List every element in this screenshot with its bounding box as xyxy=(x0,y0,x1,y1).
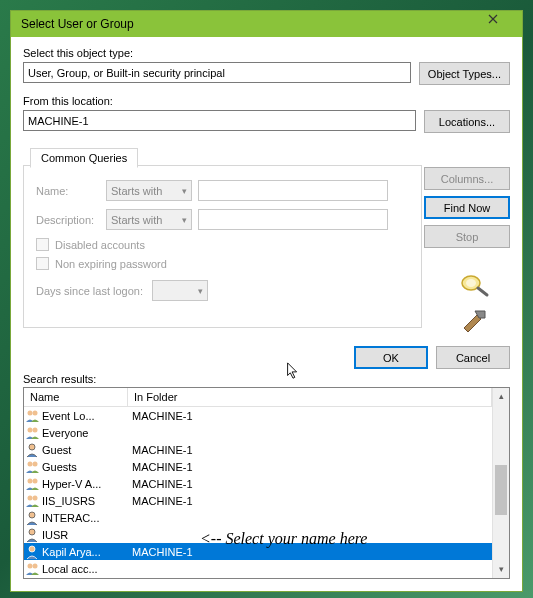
desc-match-combo[interactable]: Starts with ▾ xyxy=(106,209,192,230)
chevron-down-icon: ▾ xyxy=(198,286,203,296)
window-title: Select User or Group xyxy=(21,17,134,31)
name-match-combo[interactable]: Starts with ▾ xyxy=(106,180,192,201)
svg-point-13 xyxy=(29,512,35,518)
svg-point-2 xyxy=(28,410,33,415)
row-folder: MACHINE-1 xyxy=(128,478,193,490)
object-type-field[interactable] xyxy=(23,62,411,83)
svg-point-15 xyxy=(29,546,35,552)
tab-common-queries[interactable]: Common Queries xyxy=(30,148,138,168)
group-icon xyxy=(24,493,42,509)
row-folder: MACHINE-1 xyxy=(128,495,193,507)
result-row[interactable]: INTERAC... xyxy=(24,509,492,526)
result-row[interactable]: Hyper-V A...MACHINE-1 xyxy=(24,475,492,492)
scroll-thumb[interactable] xyxy=(495,465,507,515)
svg-point-4 xyxy=(28,427,33,432)
dialog-body: Select this object type: Object Types...… xyxy=(11,37,522,591)
action-buttons: OK Cancel xyxy=(23,346,510,369)
result-row[interactable]: IIS_IUSRSMACHINE-1 xyxy=(24,492,492,509)
chevron-down-icon: ▾ xyxy=(182,186,187,196)
result-row[interactable]: Local acc... xyxy=(24,560,492,577)
results-scrollbar[interactable]: ▴ ▾ xyxy=(492,388,509,578)
days-since-label: Days since last logon: xyxy=(36,285,146,297)
scroll-track[interactable] xyxy=(493,405,509,561)
svg-point-1 xyxy=(466,279,476,287)
hammer-icon xyxy=(459,308,489,336)
location-field[interactable] xyxy=(23,110,416,131)
row-name: Hyper-V A... xyxy=(42,478,128,490)
titlebar: Select User or Group xyxy=(11,11,522,37)
row-name: Guests xyxy=(42,461,128,473)
result-row[interactable]: GuestMACHINE-1 xyxy=(24,441,492,458)
annotation-text: <-- Select your name here xyxy=(200,530,367,548)
svg-point-9 xyxy=(28,478,33,483)
result-row[interactable]: Everyone xyxy=(24,424,492,441)
row-name: Guest xyxy=(42,444,128,456)
search-results-label: Search results: xyxy=(23,373,510,385)
days-since-combo[interactable]: ▾ xyxy=(152,280,208,301)
search-icon xyxy=(457,272,491,298)
close-icon xyxy=(488,14,498,24)
user-icon xyxy=(24,510,42,526)
disabled-accounts-checkbox[interactable] xyxy=(36,238,49,251)
user-icon xyxy=(24,442,42,458)
ok-button[interactable]: OK xyxy=(354,346,428,369)
svg-point-17 xyxy=(33,563,38,568)
row-name: IIS_IUSRS xyxy=(42,495,128,507)
results-header: Name In Folder xyxy=(24,388,492,407)
result-row[interactable]: GuestsMACHINE-1 xyxy=(24,458,492,475)
header-name[interactable]: Name xyxy=(24,388,128,406)
row-name: Kapil Arya... xyxy=(42,546,128,558)
location-label: From this location: xyxy=(23,95,510,107)
svg-point-6 xyxy=(29,444,35,450)
row-name: Event Lo... xyxy=(42,410,128,422)
desc-filter-label: Description: xyxy=(36,214,100,226)
results-rows: Event Lo...MACHINE-1EveryoneGuestMACHINE… xyxy=(24,407,492,577)
chevron-down-icon: ▾ xyxy=(182,215,187,225)
group-icon xyxy=(24,561,42,577)
svg-point-12 xyxy=(33,495,38,500)
svg-point-16 xyxy=(28,563,33,568)
row-name: Everyone xyxy=(42,427,128,439)
scroll-down-button[interactable]: ▾ xyxy=(493,561,509,578)
header-folder[interactable]: In Folder xyxy=(128,388,492,406)
user-icon xyxy=(24,527,42,543)
group-icon xyxy=(24,476,42,492)
group-icon xyxy=(24,459,42,475)
row-folder: MACHINE-1 xyxy=(128,546,193,558)
common-queries-panel: Common Queries Name: Starts with ▾ Descr… xyxy=(23,165,422,328)
svg-point-14 xyxy=(29,529,35,535)
row-name: INTERAC... xyxy=(42,512,128,524)
query-area: Common Queries Name: Starts with ▾ Descr… xyxy=(23,143,510,336)
object-type-label: Select this object type: xyxy=(23,47,510,59)
group-icon xyxy=(24,408,42,424)
row-name: Local acc... xyxy=(42,563,128,575)
row-name: IUSR xyxy=(42,529,128,541)
svg-point-10 xyxy=(33,478,38,483)
row-folder: MACHINE-1 xyxy=(128,444,193,456)
scroll-up-button[interactable]: ▴ xyxy=(493,388,509,405)
svg-point-5 xyxy=(33,427,38,432)
stop-button[interactable]: Stop xyxy=(424,225,510,248)
find-now-button[interactable]: Find Now xyxy=(424,196,510,219)
non-expiring-label: Non expiring password xyxy=(55,258,167,270)
svg-point-7 xyxy=(28,461,33,466)
result-row[interactable]: Event Lo...MACHINE-1 xyxy=(24,407,492,424)
non-expiring-checkbox[interactable] xyxy=(36,257,49,270)
cancel-button[interactable]: Cancel xyxy=(436,346,510,369)
user-icon xyxy=(24,544,42,560)
dialog-window: Select User or Group Select this object … xyxy=(10,10,523,592)
close-button[interactable] xyxy=(488,14,516,34)
svg-point-11 xyxy=(28,495,33,500)
search-results: Name In Folder Event Lo...MACHINE-1Every… xyxy=(23,387,510,579)
group-icon xyxy=(24,425,42,441)
desc-filter-input[interactable] xyxy=(198,209,388,230)
row-folder: MACHINE-1 xyxy=(128,410,193,422)
name-filter-label: Name: xyxy=(36,185,100,197)
name-filter-input[interactable] xyxy=(198,180,388,201)
row-folder: MACHINE-1 xyxy=(128,461,193,473)
svg-point-8 xyxy=(33,461,38,466)
object-types-button[interactable]: Object Types... xyxy=(419,62,510,85)
locations-button[interactable]: Locations... xyxy=(424,110,510,133)
svg-point-3 xyxy=(33,410,38,415)
columns-button[interactable]: Columns... xyxy=(424,167,510,190)
